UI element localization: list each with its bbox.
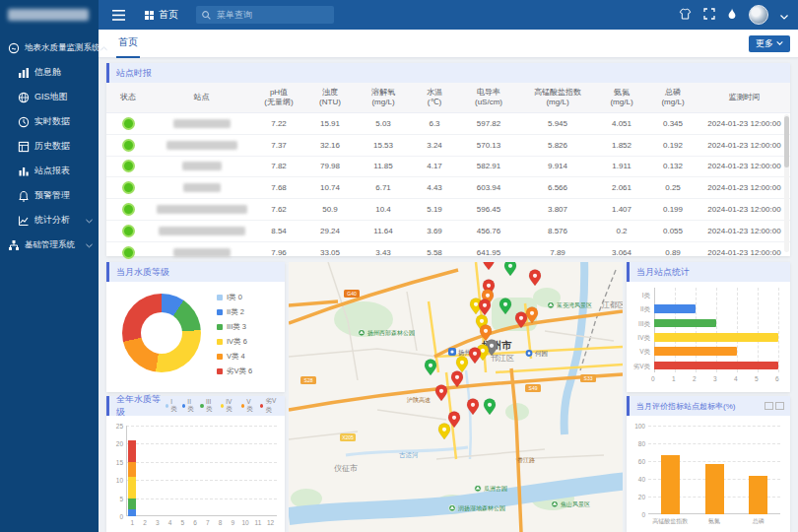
cell-value: 10.4 [356,205,411,214]
svg-text:X205: X205 [342,434,354,440]
cell-value: 0.2 [596,227,647,235]
legend-item[interactable]: V类 [241,397,256,415]
sidebar-item-站点报表[interactable]: 站点报表 [0,159,99,183]
status-dot-normal [122,181,135,194]
cell-time: 2024-01-23 12:00:00 [698,227,790,235]
legend-item[interactable]: 劣V类 [260,397,281,415]
sidebar-item-实时数据[interactable]: 实时数据 [0,109,99,134]
map-label: 扬州西部森林公园 [367,329,415,337]
sidebar-item-预警管理[interactable]: 预警管理 [0,183,99,208]
sidebar-item-统计分析[interactable]: 统计分析 [0,208,99,233]
report-icon [18,166,30,177]
column-header-溶解氧: 溶解氧(mg/L) [356,83,411,112]
cell-time: 2024-01-23 12:00:00 [698,162,790,170]
table-scrollbar-thumb[interactable] [784,116,789,167]
column-header-电导率: 电导率(uS/cm) [458,83,519,112]
table-header-row: 状态站点pH值(无量纲)浊度(NTU)溶解氧(mg/L)水温(℃)电导率(uS/… [106,83,790,113]
cell-value: 15.91 [304,119,356,128]
month-quality-panel: 当月水质等级 I类 0II类 2III类 3IV类 6V类 4劣V类 6 [106,262,285,392]
cell-time: 2024-01-23 12:00:00 [698,248,790,257]
station-map[interactable]: G40S28S49X205S33扬州市邗江区江都区仪征市扬州站何园古运河春江路沪… [289,262,623,532]
sidebar-group-1[interactable]: 基础管理系统 [0,233,99,257]
cell-value: 5.58 [411,248,458,257]
map-label: 仪征市 [334,464,358,473]
column-header-高锰酸盐指数: 高锰酸盐指数(mg/L) [519,83,596,112]
sidebar-group-0[interactable]: 地表水质量监测系统 [0,35,99,60]
chevron-down-icon [86,240,93,250]
user-avatar[interactable] [749,5,768,25]
status-dot-normal [122,139,135,152]
apps-grid-icon[interactable] [145,11,154,20]
legend-item[interactable]: IV类 6 [217,334,252,349]
breadcrumb[interactable]: 首页 [159,8,178,22]
column-header-站点: 站点 [150,83,253,112]
hamburger-menu-icon[interactable] [112,10,125,21]
sidebar-item-历史数据[interactable]: 历史数据 [0,134,99,159]
legend-item[interactable]: I类 [166,397,178,415]
cell-value: 11.85 [356,162,411,170]
map-label: 古运河 [399,451,419,459]
table-body: 7.2215.915.036.3597.825.9454.0510.345202… [106,113,790,264]
cell-value: 1.852 [596,141,647,150]
station-stats-chart: 0123456I类II类III类IV类V类劣V类 [654,288,778,372]
column-header-总磷: 总磷(mg/L) [647,83,698,112]
legend-item[interactable]: 劣V类 6 [217,364,252,378]
cell-value: 7.68 [253,183,304,192]
svg-text:S33: S33 [584,375,593,381]
cell-value: 7.62 [253,205,304,214]
cell-value: 641.95 [458,248,519,257]
user-chevron-down-icon[interactable] [780,6,788,24]
search-input[interactable] [215,9,317,21]
cell-time: 2024-01-23 12:00:00 [698,119,790,128]
tab-home[interactable]: 首页 [116,29,140,58]
sidebar-item-label: 实时数据 [34,115,70,128]
legend-item[interactable]: II类 2 [217,304,252,319]
table-row: 7.6810.746.714.43603.946.5662.0610.25202… [106,177,790,199]
sidebar-item-信息舱[interactable]: 信息舱 [0,60,99,85]
cell-value: 582.91 [458,162,519,170]
sidebar-item-label: 统计分析 [34,214,70,227]
cell-value: 6.71 [356,183,411,192]
more-button[interactable]: 更多 [749,35,790,52]
table-row: 7.2215.915.036.3597.825.9454.0510.345202… [106,113,790,135]
cell-value: 7.82 [253,162,304,170]
fullscreen-icon[interactable] [703,6,715,24]
cell-value: 6.3 [411,119,458,128]
flame-icon[interactable] [727,6,737,24]
month-station-stats-panel: 当月站点统计 0123456I类II类III类IV类V类劣V类 [627,262,790,392]
legend-item[interactable]: III类 3 [217,319,252,334]
legend-item[interactable]: I类 0 [217,290,252,304]
cell-value: 2.061 [596,183,647,192]
hbar-V类 [654,347,737,356]
exceedance-chart: 020406080100高锰酸盐指数氨氮总磷 [648,426,780,514]
stack-segment-II类 [128,509,136,516]
cell-value: 8.54 [253,227,304,235]
sidebar-item-label: 历史数据 [34,140,70,153]
topbar: 首页 [99,0,798,30]
cell-value: 603.94 [458,183,519,192]
chart-toolbox-icon[interactable] [765,402,784,410]
hbar-IV类 [654,333,778,342]
stack-segment-V类 [128,462,136,477]
station-name-redacted [157,205,247,214]
cell-value: 0.199 [647,205,698,214]
panel-title-month-quality: 当月水质等级 [106,262,285,282]
legend-item[interactable]: V类 4 [217,349,252,364]
cell-time: 2024-01-23 12:00:00 [698,205,790,214]
cell-value: 6.566 [519,183,596,192]
table-row: 7.3732.1615.533.24570.135.8261.8520.1922… [106,135,790,157]
legend-item[interactable]: II类 [182,397,197,415]
map-label: 瓜洲古园 [484,486,507,493]
cell-value: 79.98 [304,162,356,170]
tab-bar: 首页 更多 [99,30,798,58]
legend-item[interactable]: III类 [200,397,216,415]
legend-item[interactable]: IV类 [221,397,237,415]
cell-value: 570.13 [458,141,519,150]
theme-skin-icon[interactable] [679,6,692,24]
cell-value: 1.911 [596,162,647,170]
column-header-监测时间: 监测时间 [698,83,790,112]
cell-value: 4.43 [411,183,458,192]
sidebar-item-GIS地图[interactable]: GIS地图 [0,85,99,109]
sidebar-item-label: GIS地图 [34,91,68,103]
cell-value: 597.82 [458,119,519,128]
